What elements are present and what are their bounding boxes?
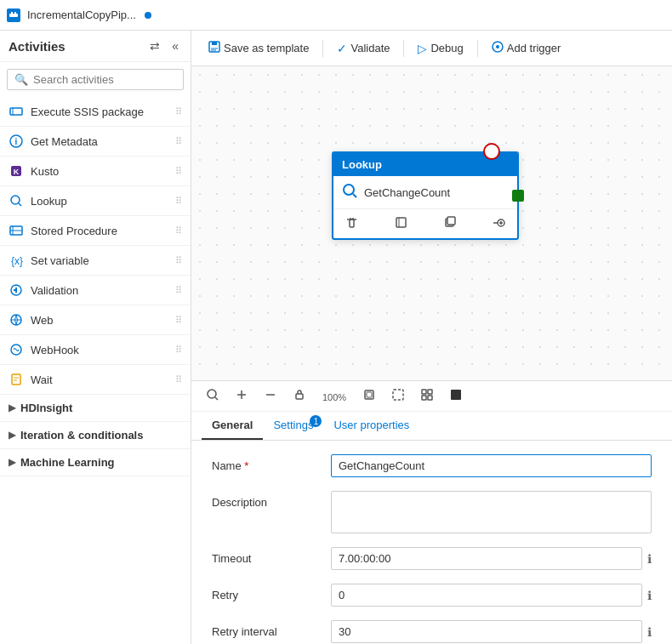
theme-button[interactable] [445,387,467,405]
web-icon [9,312,24,328]
tab-general[interactable]: General [202,412,263,440]
debug-button[interactable]: ▷ Debug [411,38,470,59]
add-activity-button[interactable] [489,214,509,233]
activity-list: Execute SSIS package ⠿ i Get Metadata ⠿ … [0,97,191,644]
tab-settings[interactable]: Settings 1 [263,412,323,440]
canvas-toolbar: 100% [191,381,672,412]
lookup-activity-icon [342,183,357,202]
description-row: Description [212,491,652,533]
activity-label: Kusto [31,165,59,178]
timeout-row: Timeout ℹ [212,547,652,570]
activity-label: Set variable [31,254,89,267]
svg-text:i: i [15,137,18,146]
debug-label: Debug [430,42,463,54]
copy-node-button[interactable] [440,214,459,233]
validate-button[interactable]: ✓ Validate [330,38,396,59]
pipeline-title: IncrementalCopyPip... [27,9,136,21]
svg-rect-53 [451,390,461,400]
minimize-button[interactable]: « [168,37,182,54]
svg-rect-3 [10,108,22,115]
fit-canvas-button[interactable] [358,387,380,405]
retry-interval-input[interactable] [331,620,642,643]
name-row: Name * [212,454,652,477]
node-success-connector [512,190,524,202]
svg-line-28 [353,194,356,197]
settings-node-button[interactable] [391,214,411,233]
validation-icon [9,282,24,298]
list-item[interactable]: i Get Metadata ⠿ [0,127,191,157]
sidebar-header: Activities ⇄ « [0,31,191,62]
select-button[interactable] [387,387,409,405]
settings-badge: 1 [310,415,322,427]
sp-icon [9,223,24,238]
save-as-template-label: Save as template [224,42,309,54]
drag-handle: ⠿ [175,315,182,326]
lookup-node[interactable]: Lookup GetChangeCount [332,151,519,240]
svg-rect-47 [367,392,372,397]
list-item[interactable]: Execute SSIS package ⠿ [0,97,191,127]
description-label: Description [212,491,331,509]
section-label: Machine Learning [20,456,115,469]
list-item[interactable]: Web ⠿ [0,305,191,335]
arrange-button[interactable] [416,387,438,405]
activity-label: Execute SSIS package [31,105,144,118]
add-trigger-button[interactable]: Add trigger [485,37,568,59]
top-bar: IncrementalCopyPip... [0,0,672,31]
section-machine-learning[interactable]: ▶ Machine Learning [0,449,191,476]
lock-button[interactable] [288,387,310,405]
delete-node-button[interactable] [342,214,362,233]
svg-rect-45 [296,394,303,399]
svg-text:{x}: {x} [11,255,23,267]
svg-rect-51 [422,396,426,400]
search-input[interactable] [33,73,176,86]
tab-user-properties-label: User properties [333,419,409,431]
validate-icon: ✓ [337,42,347,55]
svg-rect-32 [396,218,406,227]
tab-settings-label: Settings [273,419,313,431]
svg-rect-49 [422,390,426,394]
search-box: 🔍 [7,69,184,90]
retry-interval-info-icon[interactable]: ℹ [647,625,652,639]
wait-icon [9,372,24,387]
activity-label: Get Metadata [31,135,98,148]
list-item[interactable]: K Kusto ⠿ [0,157,191,186]
zoom-100-button[interactable]: 100% [317,388,351,405]
collapse-button[interactable]: ⇄ [146,37,163,54]
add-button[interactable] [231,387,253,405]
retry-input[interactable] [331,584,642,607]
activity-label: Web [31,314,54,327]
section-hdinsight[interactable]: ▶ HDInsight [0,395,191,422]
timeout-info-icon[interactable]: ℹ [647,552,652,566]
debug-icon: ▷ [418,42,427,55]
section-iteration[interactable]: ▶ Iteration & conditionals [0,422,191,449]
save-as-template-button[interactable]: Save as template [202,37,316,59]
list-item[interactable]: Validation ⠿ [0,276,191,305]
pipeline-canvas[interactable]: Lookup GetChangeCount [191,66,672,380]
validate-label: Validate [350,42,390,54]
list-item[interactable]: WebHook ⠿ [0,335,191,365]
svg-rect-50 [428,390,432,394]
drag-handle: ⠿ [175,106,182,117]
activity-label: Lookup [31,195,67,208]
chevron-right-icon: ▶ [9,402,15,413]
description-input[interactable] [331,491,652,533]
tab-general-label: General [212,419,253,431]
list-item[interactable]: Lookup ⠿ [0,186,191,216]
svg-point-26 [496,45,499,48]
svg-point-27 [344,185,354,195]
svg-line-10 [19,203,21,206]
svg-rect-35 [447,217,455,225]
timeout-label: Timeout [212,547,331,565]
list-item[interactable]: {x} Set variable ⠿ [0,246,191,276]
name-input[interactable] [331,454,652,477]
minus-button[interactable] [259,387,282,405]
canvas-search-button[interactable] [202,387,224,405]
timeout-input[interactable] [331,547,642,570]
list-item[interactable]: Stored Procedure ⠿ [0,216,191,246]
drag-handle: ⠿ [175,196,182,207]
kusto-icon: K [9,163,24,179]
tab-user-properties[interactable]: User properties [323,412,419,440]
retry-info-icon[interactable]: ℹ [647,589,652,602]
retry-interval-row: Retry interval ℹ [212,620,652,643]
list-item[interactable]: Wait ⠿ [0,365,191,395]
